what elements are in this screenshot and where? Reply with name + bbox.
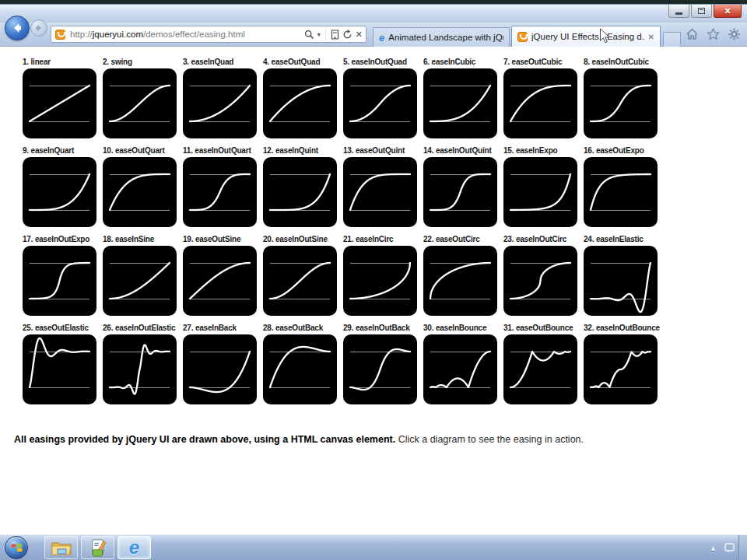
easing-tile-easeOutSine[interactable]: 19. easeOutSine <box>183 235 257 316</box>
address-bar-icons: ▾ ✕ <box>304 29 363 40</box>
taskbar: e ▲ <box>0 534 747 560</box>
easing-tile-easeInOutBack[interactable]: 29. easeInOutBack <box>343 324 417 404</box>
easing-tile-easeOutBack[interactable]: 28. easeOutBack <box>263 324 337 404</box>
easing-curve-canvas[interactable] <box>263 334 337 404</box>
easing-tile-easeInOutQuart[interactable]: 11. easeInOutQuart <box>183 146 257 227</box>
easing-tile-easeInOutQuint[interactable]: 14. easeInOutQuint <box>423 146 497 227</box>
easing-curve-canvas[interactable] <box>23 68 96 138</box>
easing-tile-swing[interactable]: 2. swing <box>103 58 177 138</box>
easing-curve-canvas[interactable] <box>183 68 257 138</box>
easing-tile-easeInBack[interactable]: 27. easeInBack <box>183 324 257 404</box>
easing-curve-canvas[interactable] <box>103 334 177 404</box>
easing-tile-easeInQuint[interactable]: 12. easeInQuint <box>263 146 337 227</box>
easing-tile-easeInOutBounce[interactable]: 32. easeInOutBounce <box>584 324 658 404</box>
forward-button[interactable] <box>30 19 47 37</box>
minimize-button[interactable] <box>668 5 689 18</box>
system-tray: ▲ <box>710 535 736 560</box>
easing-curve-canvas[interactable] <box>584 68 658 138</box>
easing-curve-canvas[interactable] <box>183 157 257 227</box>
tray-icon[interactable] <box>724 543 736 553</box>
easing-tile-easeInOutSine[interactable]: 20. easeInOutSine <box>263 235 337 316</box>
easing-tile-easeOutElastic[interactable]: 25. easeOutElastic <box>23 324 96 404</box>
easing-curve-canvas[interactable] <box>263 157 337 227</box>
easing-curve-canvas[interactable] <box>23 334 96 404</box>
easing-curve-canvas[interactable] <box>23 157 96 227</box>
back-button[interactable] <box>5 16 30 40</box>
start-button[interactable] <box>5 536 28 559</box>
tools-gear-icon[interactable] <box>728 28 741 40</box>
easing-tile-easeInExpo[interactable]: 15. easeInExpo <box>503 146 577 227</box>
easing-tile-easeOutCubic[interactable]: 7. easeOutCubic <box>503 58 577 138</box>
easing-tile-easeInQuad[interactable]: 3. easeInQuad <box>183 58 257 138</box>
maximize-button[interactable] <box>691 5 712 18</box>
easing-tile-linear[interactable]: 1. linear <box>23 58 96 138</box>
new-tab-button[interactable] <box>663 32 681 47</box>
easing-curve-canvas[interactable] <box>584 334 658 404</box>
tray-expand-chevron-icon[interactable]: ▲ <box>710 544 717 552</box>
easing-curve-canvas[interactable] <box>103 157 177 227</box>
easing-curve-canvas[interactable] <box>103 68 177 138</box>
tab-jquery-ui-easing[interactable]: jQuery UI Effects - Easing d... ✕ <box>511 26 661 47</box>
refresh-icon[interactable] <box>342 30 352 40</box>
easing-tile-easeInSine[interactable]: 18. easeInSine <box>103 235 177 316</box>
easing-tile-easeOutExpo[interactable]: 16. easeOutExpo <box>584 146 658 227</box>
easing-curve-canvas[interactable] <box>343 68 417 138</box>
easing-curve-canvas[interactable] <box>343 246 417 316</box>
easing-curve-canvas[interactable] <box>503 334 577 404</box>
easing-curve-canvas[interactable] <box>263 246 337 316</box>
easing-tile-easeInBounce[interactable]: 30. easeInBounce <box>423 324 497 404</box>
easing-tile-easeOutBounce[interactable]: 31. easeOutBounce <box>503 324 577 404</box>
easing-curve-canvas[interactable] <box>343 157 417 227</box>
easing-curve-canvas[interactable] <box>183 334 257 404</box>
maximize-icon <box>698 8 705 14</box>
easing-tile-easeInCirc[interactable]: 21. easeInCirc <box>343 235 417 316</box>
easing-tile-easeInOutQuad[interactable]: 5. easeInOutQuad <box>343 58 417 138</box>
easing-tile-easeInOutElastic[interactable]: 26. easeInOutElastic <box>103 324 177 404</box>
easing-tile-easeOutCirc[interactable]: 22. easeOutCirc <box>423 235 497 316</box>
search-dropdown-caret-icon[interactable]: ▾ <box>317 31 321 38</box>
easing-curve-canvas[interactable] <box>503 157 577 227</box>
easing-curve-canvas[interactable] <box>343 334 417 404</box>
easing-curve-canvas[interactable] <box>423 334 497 404</box>
easing-tile-easeInOutCirc[interactable]: 23. easeInOutCirc <box>503 235 577 316</box>
taskbar-item-editor[interactable] <box>81 536 114 559</box>
address-bar[interactable]: http://jqueryui.com/demos/effect/easing.… <box>51 26 366 43</box>
easing-tile-label: 21. easeInCirc <box>343 235 417 245</box>
tab-close-icon[interactable]: ✕ <box>648 33 654 41</box>
taskbar-item-internet-explorer[interactable]: e <box>117 536 151 559</box>
url-text[interactable]: http://jqueryui.com/demos/effect/easing.… <box>70 30 304 39</box>
easing-tile-easeOutQuint[interactable]: 13. easeOutQuint <box>343 146 417 227</box>
stop-icon[interactable]: ✕ <box>356 30 363 39</box>
favorites-star-icon[interactable] <box>707 28 720 40</box>
tab-animated-landscape[interactable]: e Animated Landscape with jQu... <box>373 27 510 47</box>
easing-tile-easeInCubic[interactable]: 6. easeInCubic <box>423 58 497 138</box>
window-titlebar: ✕ <box>0 5 747 23</box>
home-icon[interactable] <box>686 28 699 40</box>
easing-tile-easeOutQuart[interactable]: 10. easeOutQuart <box>103 146 177 227</box>
tab-title: Animated Landscape with jQu... <box>388 33 503 42</box>
easing-tile-easeInOutExpo[interactable]: 17. easeInOutExpo <box>23 235 96 316</box>
window-controls: ✕ <box>667 5 742 18</box>
easing-curve-canvas[interactable] <box>423 68 497 138</box>
easing-curve-canvas[interactable] <box>423 246 497 316</box>
easing-curve-canvas[interactable] <box>503 68 577 138</box>
easing-tile-easeInOutCubic[interactable]: 8. easeInOutCubic <box>584 58 658 138</box>
compatibility-view-icon[interactable] <box>331 30 339 40</box>
show-desktop-button[interactable] <box>738 535 747 560</box>
easing-curve-canvas[interactable] <box>584 157 658 227</box>
taskbar-item-explorer[interactable] <box>44 536 78 559</box>
easing-tile-easeInQuart[interactable]: 9. easeInQuart <box>23 146 96 227</box>
easing-curve-canvas[interactable] <box>423 157 497 227</box>
easing-curve-canvas[interactable] <box>23 246 96 316</box>
easing-curve-canvas[interactable] <box>263 68 337 138</box>
easing-curve-canvas[interactable] <box>503 246 577 316</box>
easing-curve-canvas[interactable] <box>103 246 177 316</box>
search-icon[interactable] <box>304 30 314 40</box>
easing-tile-easeInElastic[interactable]: 24. easeInElastic <box>584 235 658 316</box>
easing-curve-canvas[interactable] <box>584 246 658 316</box>
jquery-ui-favicon-icon <box>517 32 528 42</box>
easing-tile-easeOutQuad[interactable]: 4. easeOutQuad <box>263 58 337 138</box>
easing-curve-canvas[interactable] <box>183 246 257 316</box>
easing-tile-label: 17. easeInOutExpo <box>23 235 96 245</box>
close-button[interactable]: ✕ <box>714 5 742 18</box>
